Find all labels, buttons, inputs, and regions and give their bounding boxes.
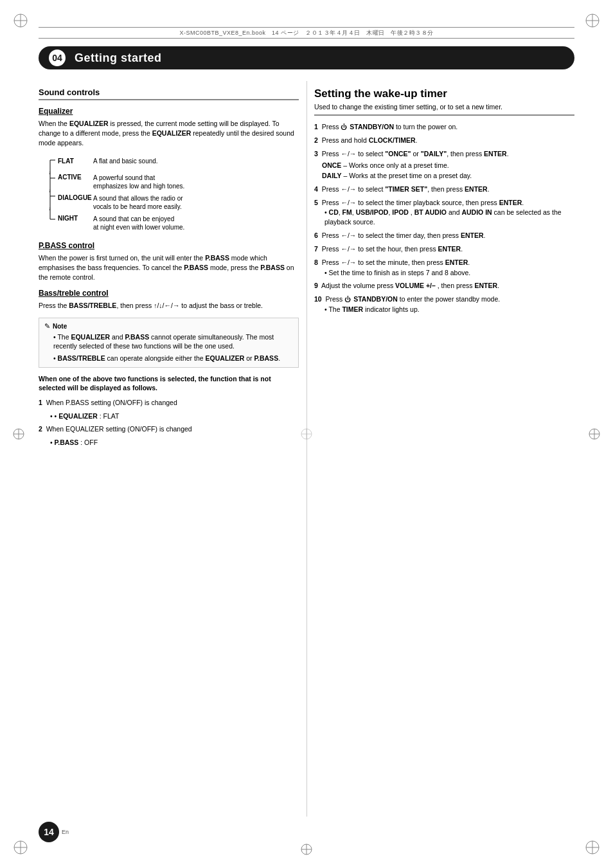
left-column: Sound controls Equalizer When the EQUALI… (39, 81, 299, 817)
note-bullet1: The EQUALIZER and P.BASS cannot operate … (53, 332, 293, 351)
bass-treble-bold: BASS/TREBLE (69, 302, 116, 309)
equalizer-title: Equalizer (39, 107, 299, 116)
wake-timer-subtitle: Used to change the existing timer settin… (314, 103, 574, 116)
wake-step-3-daily: DAILY – Works at the preset time on a pr… (322, 171, 574, 181)
pbass-bold2: P.BASS (184, 264, 208, 271)
corner-mark-tl (12, 12, 30, 30)
equalizer-bold2: EQUALIZER (152, 129, 191, 137)
wake-timer-title: Setting the wake-up timer (314, 87, 574, 100)
eq-diagram: ↓ ↓ ↓ (44, 152, 299, 235)
file-info-bar: X-SMC00BTB_VXE8_En.book 14 ページ ２０１３年４月４日… (39, 27, 574, 39)
eq-active-desc: A powerful sound thatemphasizes low and … (93, 174, 184, 191)
crosshair-center (299, 427, 314, 441)
bold-statement: When one of the above two functions is s… (39, 374, 299, 393)
chapter-title: Getting started (75, 51, 162, 65)
wake-step-3: 3 Press ←/→ to select "ONCE" or "DAILY",… (314, 149, 574, 181)
pbass-title: P.BASS control (39, 241, 299, 250)
corner-mark-bl (12, 838, 30, 856)
equalizer-bold1: EQUALIZER (69, 120, 109, 127)
pbass-bold1: P.BASS (205, 254, 229, 262)
svg-text:↓: ↓ (48, 188, 51, 194)
svg-text:↓: ↓ (48, 170, 51, 176)
eq-entry-night: NIGHT A sound that can be enjoyedat nigh… (58, 214, 184, 232)
eq-flat-desc: A flat and basic sound. (93, 157, 158, 166)
note-bullet2: • BASS/TREBLE can operate alongside eith… (53, 354, 293, 363)
bass-treble-desc: Press the BASS/TREBLE, then press ↑/↓/←/… (39, 301, 299, 311)
eq-entry-flat: FLAT A flat and basic sound. (58, 152, 184, 170)
wake-step-5: 5 Press ←/→ to select the timer playback… (314, 198, 574, 227)
crosshair-left (12, 427, 26, 441)
column-divider (306, 81, 307, 817)
footer-lang: En (62, 829, 69, 835)
eq-entries: FLAT A flat and basic sound. ACTIVE A po… (58, 152, 184, 235)
eq-active-name: ACTIVE (58, 174, 93, 181)
step-1-label: When P.BASS setting (ON/OFF) is changed (46, 399, 177, 406)
step-2-label: When EQUALIZER setting (ON/OFF) is chang… (46, 425, 192, 433)
crosshair-right (587, 427, 601, 441)
eq-dialogue-desc: A sound that allows the radio orvocals t… (93, 194, 183, 212)
wake-step-6: 6 Press ←/→ to select the timer day, the… (314, 231, 574, 240)
step-1-bullet: • EQUALIZER : FLAT (50, 411, 299, 421)
eq-bracket-lines: ↓ ↓ ↓ (44, 152, 55, 235)
wake-step-10: 10 Press ⏻ STANDBY/ON to enter the power… (314, 294, 574, 314)
wake-step-5-bullet: CD, FM, USB/IPOD, IPOD , BT AUDIO and AU… (324, 208, 574, 226)
wake-step-8-bullet: Set the time to finish as in steps 7 and… (324, 268, 574, 278)
wake-step-8: 8 Press ←/→ to set the minute, then pres… (314, 258, 574, 277)
note-content: The EQUALIZER and P.BASS cannot operate … (47, 332, 293, 363)
eq-dialogue-name: DIALOGUE (58, 194, 93, 201)
eq-entry-active: ACTIVE A powerful sound thatemphasizes l… (58, 173, 184, 191)
step-2: 2 When EQUALIZER setting (ON/OFF) is cha… (39, 424, 299, 434)
bass-treble-title: Bass/treble control (39, 289, 299, 298)
right-column: Setting the wake-up timer Used to change… (314, 81, 574, 817)
eq-night-desc: A sound that can be enjoyedat night even… (93, 215, 184, 232)
crosshair-bottom (299, 842, 314, 856)
eq-flat-name: FLAT (58, 158, 93, 165)
wake-step-1: 1 Press ⏻ STANDBY/ON to turn the power o… (314, 122, 574, 132)
note-label: Note (53, 323, 67, 330)
note-box: Note The EQUALIZER and P.BASS cannot ope… (39, 318, 299, 368)
sound-controls-title: Sound controls (39, 87, 299, 100)
page-number: 14 (39, 822, 59, 842)
eq-entry-dialogue: DIALOGUE A sound that allows the radio o… (58, 194, 184, 212)
chapter-header: 04 Getting started (39, 46, 574, 69)
corner-mark-tr (583, 12, 601, 30)
step-2-bullet: • P.BASS : OFF (50, 438, 299, 448)
file-info-text: X-SMC00BTB_VXE8_En.book 14 ページ ２０１３年４月４日… (179, 29, 433, 37)
wake-step-3-once: ONCE – Works once only at a preset time. (322, 161, 574, 170)
step-1: 1 When P.BASS setting (ON/OFF) is change… (39, 398, 299, 408)
wake-step-2: 2 Press and hold CLOCK/TIMER. (314, 136, 574, 145)
pbass-desc: When the power is first turned on, the u… (39, 253, 299, 283)
wake-step-9: 9 Adjust the volume press VOLUME +/– , t… (314, 281, 574, 291)
svg-text:↓: ↓ (48, 206, 51, 212)
wake-step-7: 7 Press ←/→ to set the hour, then press … (314, 244, 574, 254)
wake-step-4: 4 Press ←/→ to select "TIMER SET", then … (314, 185, 574, 194)
page: X-SMC00BTB_VXE8_En.book 14 ページ ２０１３年４月４日… (0, 0, 613, 868)
eq-bracket-svg: ↓ ↓ ↓ (44, 155, 55, 224)
corner-mark-br (583, 838, 601, 856)
page-footer: 14 En (39, 822, 574, 842)
wake-step-10-bullet: The TIMER indicator lights up. (324, 305, 574, 314)
pbass-bold3: P.BASS (260, 264, 285, 271)
eq-night-name: NIGHT (58, 215, 93, 222)
equalizer-desc: When the EQUALIZER is pressed, the curre… (39, 119, 299, 149)
chapter-number: 04 (49, 50, 66, 66)
note-icon: Note (44, 322, 293, 330)
